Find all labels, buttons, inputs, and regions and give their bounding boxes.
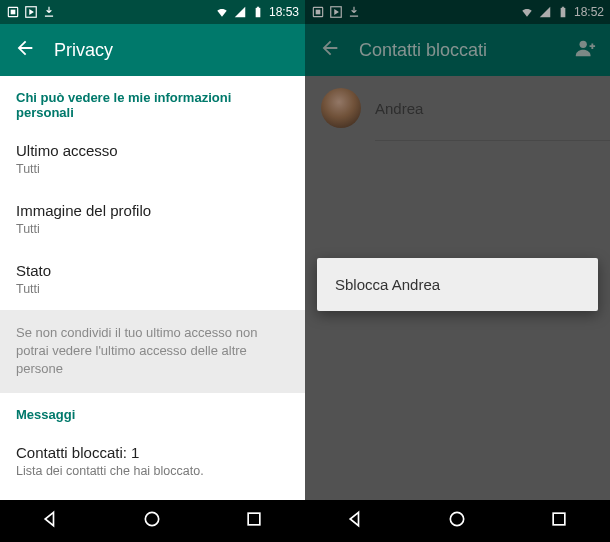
- info-box: Se non condividi il tuo ultimo accesso n…: [0, 310, 305, 393]
- svg-marker-14: [540, 7, 551, 18]
- nav-recent-icon[interactable]: [244, 509, 264, 533]
- download-icon: [347, 5, 361, 19]
- battery-icon: [251, 5, 265, 19]
- svg-point-8: [146, 512, 159, 525]
- section-header-personal: Chi può vedere le mie informazioni perso…: [0, 76, 305, 130]
- screenshot-icon: [311, 5, 325, 19]
- status-bar: 18:52: [305, 0, 610, 24]
- svg-rect-1: [11, 10, 16, 15]
- screenshot-icon: [6, 5, 20, 19]
- svg-point-17: [580, 41, 587, 48]
- phone-right: 18:52 Contatti bloccati Andrea Sblocca A…: [305, 0, 610, 542]
- unblock-dialog: Sblocca Andrea: [317, 258, 598, 311]
- svg-marker-13: [334, 9, 339, 15]
- setting-title: Contatti bloccati: 1: [16, 444, 289, 461]
- page-title: Contatti bloccati: [359, 40, 487, 61]
- setting-title: Stato: [16, 262, 289, 279]
- status-time: 18:53: [269, 5, 299, 19]
- svg-rect-6: [257, 7, 259, 8]
- setting-value: Tutti: [16, 222, 289, 236]
- nav-home-icon[interactable]: [142, 509, 162, 533]
- svg-rect-9: [248, 513, 260, 525]
- back-icon[interactable]: [319, 37, 341, 63]
- setting-title: Immagine del profilo: [16, 202, 289, 219]
- setting-blocked-contacts[interactable]: Contatti bloccati: 1 Lista dei contatti …: [0, 432, 305, 492]
- setting-profile-photo[interactable]: Immagine del profilo Tutti: [0, 190, 305, 250]
- svg-rect-11: [316, 10, 321, 15]
- svg-rect-16: [562, 7, 564, 8]
- svg-marker-7: [45, 512, 53, 525]
- add-person-icon[interactable]: [574, 37, 596, 63]
- svg-marker-3: [29, 9, 34, 15]
- status-bar: 18:53: [0, 0, 305, 24]
- setting-subtitle: Lista dei contatti che hai bloccato.: [16, 464, 289, 478]
- setting-status[interactable]: Stato Tutti: [0, 250, 305, 310]
- nav-back-icon[interactable]: [346, 509, 366, 533]
- svg-rect-20: [553, 513, 565, 525]
- phone-left: 18:53 Privacy Chi può vedere le mie info…: [0, 0, 305, 542]
- contact-name: Andrea: [375, 100, 423, 117]
- app-bar: Privacy: [0, 24, 305, 76]
- battery-icon: [556, 5, 570, 19]
- play-icon: [329, 5, 343, 19]
- setting-value: Tutti: [16, 162, 289, 176]
- wifi-icon: [520, 5, 534, 19]
- back-icon[interactable]: [14, 37, 36, 63]
- nav-bar: [0, 500, 305, 542]
- signal-icon: [538, 5, 552, 19]
- app-bar: Contatti bloccati: [305, 24, 610, 76]
- status-time: 18:52: [574, 5, 604, 19]
- svg-rect-15: [561, 8, 566, 17]
- download-icon: [42, 5, 56, 19]
- setting-last-seen[interactable]: Ultimo accesso Tutti: [0, 130, 305, 190]
- svg-marker-18: [350, 512, 358, 525]
- svg-marker-4: [235, 7, 246, 18]
- section-header-messages: Messaggi: [0, 393, 305, 432]
- signal-icon: [233, 5, 247, 19]
- divider: [375, 140, 610, 141]
- wifi-icon: [215, 5, 229, 19]
- contact-row[interactable]: Andrea: [305, 76, 610, 140]
- page-title: Privacy: [54, 40, 113, 61]
- nav-bar: [305, 500, 610, 542]
- setting-title: Ultimo accesso: [16, 142, 289, 159]
- nav-back-icon[interactable]: [41, 509, 61, 533]
- svg-rect-5: [256, 8, 261, 17]
- unblock-option[interactable]: Sblocca Andrea: [335, 276, 580, 293]
- nav-home-icon[interactable]: [447, 509, 467, 533]
- svg-point-19: [451, 512, 464, 525]
- avatar: [321, 88, 361, 128]
- nav-recent-icon[interactable]: [549, 509, 569, 533]
- setting-value: Tutti: [16, 282, 289, 296]
- play-icon: [24, 5, 38, 19]
